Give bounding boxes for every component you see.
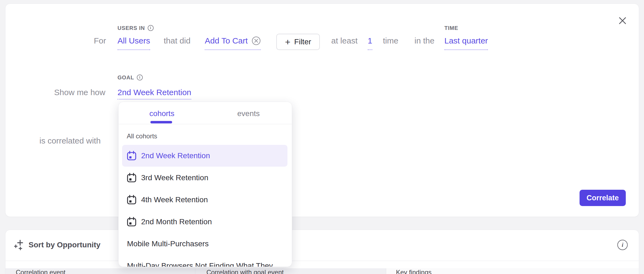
column-header: Correlation with goal event bbox=[206, 269, 284, 274]
results-info-icon[interactable]: i bbox=[617, 240, 628, 250]
results-card bbox=[5, 230, 639, 274]
that-did-text: that did bbox=[164, 36, 190, 46]
list-item-label: 4th Week Retention bbox=[141, 195, 208, 204]
remove-event-icon[interactable] bbox=[252, 36, 261, 45]
event-value[interactable]: Add To Cart bbox=[205, 36, 248, 46]
goal-dropdown: cohorts events All cohorts 2nd Week Rete… bbox=[118, 102, 292, 267]
column-header: Key findings bbox=[396, 269, 432, 274]
column-correlation-with-goal-event: Correlation with goal event bbox=[195, 268, 386, 274]
list-item[interactable]: Mobile Multi-Purchasers bbox=[122, 233, 287, 255]
list-item-label: Mobile Multi-Purchasers bbox=[127, 239, 209, 248]
list-item[interactable]: 4th Week Retention bbox=[122, 189, 287, 211]
list-item[interactable]: 2nd Month Retention bbox=[122, 211, 287, 233]
goal-info-icon[interactable]: i bbox=[137, 74, 143, 80]
list-item[interactable]: 3rd Week Retention bbox=[122, 167, 287, 189]
active-tab-indicator bbox=[150, 121, 172, 123]
dropdown-section-label: All cohorts bbox=[127, 132, 157, 140]
is-correlated-with-text: is correlated with bbox=[39, 136, 101, 146]
users-in-label: USERS IN i bbox=[117, 25, 154, 31]
query-builder-card bbox=[5, 4, 639, 217]
goal-label: GOAL i bbox=[117, 74, 143, 80]
list-item-label: 3rd Week Retention bbox=[141, 173, 208, 182]
calendar-icon bbox=[127, 151, 137, 161]
time-text: time bbox=[383, 36, 398, 46]
results-divider bbox=[5, 261, 639, 261]
correlate-button[interactable]: Correlate bbox=[580, 190, 626, 206]
list-item[interactable]: 2nd Week Retention bbox=[122, 145, 287, 167]
column-header: Correlation event bbox=[16, 269, 66, 274]
plus-icon: + bbox=[285, 37, 290, 46]
sparkle-icon bbox=[14, 239, 24, 251]
sort-by-opportunity-label: Sort by Opportunity bbox=[29, 239, 100, 250]
list-item-label: 2nd Week Retention bbox=[141, 151, 210, 160]
users-in-info-icon[interactable]: i bbox=[148, 25, 154, 31]
show-me-how-text: Show me how bbox=[54, 88, 105, 97]
timerange-selector[interactable]: Last quarter bbox=[444, 36, 488, 50]
calendar-icon bbox=[127, 173, 137, 183]
close-icon[interactable] bbox=[617, 15, 628, 26]
column-correlation-event: Correlation event bbox=[5, 268, 195, 274]
tab-events[interactable]: events bbox=[205, 102, 292, 124]
in-the-text: in the bbox=[414, 36, 434, 46]
add-filter-button[interactable]: + Filter bbox=[276, 34, 320, 50]
goal-label-text: GOAL bbox=[117, 74, 134, 80]
event-selector[interactable]: Add To Cart bbox=[205, 36, 261, 50]
users-in-label-text: USERS IN bbox=[117, 25, 145, 31]
tab-cohorts[interactable]: cohorts bbox=[119, 102, 205, 124]
goal-selector[interactable]: 2nd Week Retention bbox=[117, 88, 191, 99]
add-filter-button-label: Filter bbox=[294, 38, 311, 46]
calendar-icon bbox=[127, 217, 137, 227]
for-text: For bbox=[94, 36, 106, 46]
list-item[interactable]: Multi-Day Browsers Not Finding What They bbox=[122, 255, 287, 267]
column-key-findings: Key findings bbox=[386, 268, 639, 274]
time-label: TIME bbox=[444, 25, 458, 31]
count-selector[interactable]: 1 bbox=[368, 36, 372, 50]
calendar-icon bbox=[127, 195, 137, 205]
list-item-label: 2nd Month Retention bbox=[141, 217, 212, 226]
dropdown-tabs: cohorts events bbox=[119, 102, 292, 124]
list-item-label: Multi-Day Browsers Not Finding What They bbox=[127, 261, 273, 267]
cohort-selector[interactable]: All Users bbox=[117, 36, 150, 50]
at-least-text: at least bbox=[331, 36, 358, 46]
sort-by-opportunity-button[interactable]: Sort by Opportunity bbox=[14, 239, 100, 251]
time-label-text: TIME bbox=[444, 25, 458, 31]
